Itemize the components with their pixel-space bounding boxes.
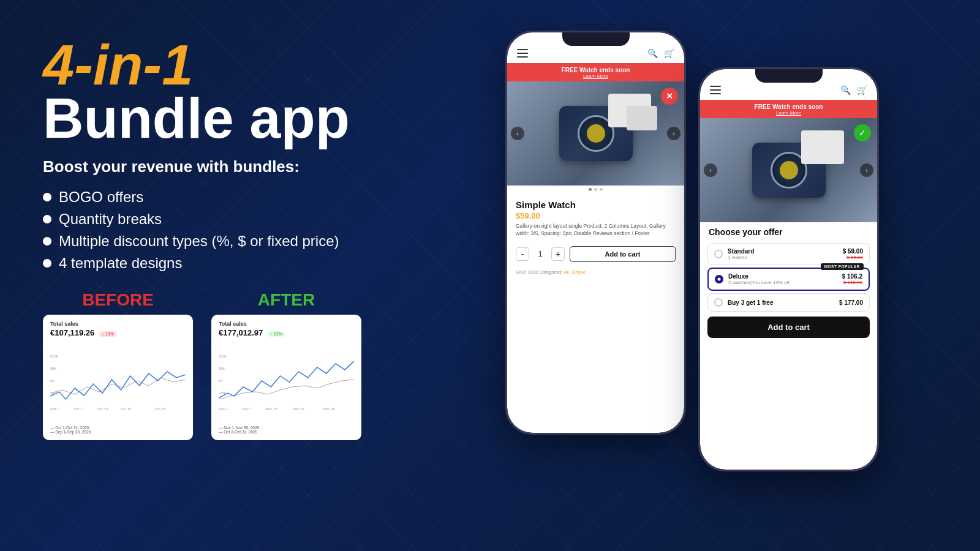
offer-buy3-price-block: $ 177.00 [839, 299, 863, 306]
subtitle: Boost your revenue with bundles: [43, 157, 459, 176]
offer-standard-price: $ 59.00 [843, 248, 863, 255]
offer-buy3[interactable]: Buy 3 get 1 free $ 177.00 [707, 293, 870, 312]
before-section: BEFORE Total sales €107,119.26 ↓ 18% Oct… [43, 290, 193, 440]
phone1-banner[interactable]: FREE Watch ends soon Learn More [507, 63, 684, 81]
phone2-carousel-next-btn[interactable]: › [860, 163, 873, 177]
after-section: AFTER Total sales €177,012.97 ↑ 72% Nov … [211, 290, 361, 440]
bullet-dot [43, 259, 51, 268]
qty-plus-btn[interactable]: + [551, 247, 565, 261]
after-chart-title: Total sales [219, 321, 354, 327]
bullet-dot [43, 193, 51, 201]
phone2-banner-link[interactable]: Learn More [703, 110, 875, 116]
bullet-discount: Multiple discount types (%, $ or fixed p… [43, 233, 459, 250]
qty-minus-btn[interactable]: - [516, 247, 529, 261]
dot-1 [589, 188, 592, 191]
offer-deluxe-price: $ 106.2 [842, 273, 862, 280]
carousel-prev-btn[interactable]: ‹ [511, 127, 524, 140]
phone2-carousel-prev-btn[interactable]: ‹ [704, 163, 717, 177]
before-legend1: — Oct 1-Oct 31, 2020 — Sep 1-Sep 30, 202… [50, 425, 186, 434]
overlay-check-icon[interactable]: ✓ [854, 124, 871, 141]
overlay-x-icon[interactable]: ✕ [661, 88, 678, 105]
product-name: Simple Watch [516, 200, 676, 210]
offer-standard-strike: $ 65.99 [843, 255, 863, 260]
svg-text:Oct 1: Oct 1 [50, 407, 59, 411]
offer-standard-sub: 1 watcho [728, 255, 838, 260]
bullet-dot [43, 237, 51, 246]
watch-face-inner [587, 124, 605, 143]
phone2-screen: 🔍 🛒 FREE Watch ends soon Learn More [700, 69, 877, 470]
phone2-notch [755, 69, 823, 83]
phone2-watch-image [700, 118, 877, 222]
phones-area: 🔍 🛒 FREE Watch ends soon Learn More [429, 31, 956, 533]
radio-standard[interactable] [714, 250, 723, 258]
bullet-bogo: BOGO offers [43, 189, 459, 206]
bullet-dot [43, 215, 51, 223]
after-chart-svg: Nov 1 Nov 7 Nov 13 Nov 19 Nov 25 €10k €8… [219, 341, 354, 421]
phone1-product-image: ✕ ‹ › [507, 81, 684, 186]
after-chart-badge: ↑ 72% [268, 331, 284, 337]
phone1-banner-text: FREE Watch ends soon [510, 67, 682, 73]
svg-text:-€8k: -€8k [50, 391, 58, 395]
svg-text:Oct 7: Oct 7 [74, 407, 83, 411]
add-to-cart-btn[interactable]: Add to cart [570, 246, 676, 262]
phone1-frame: 🔍 🛒 FREE Watch ends soon Learn More [505, 31, 686, 435]
dot-2 [594, 188, 597, 191]
phone2-hamburger-icon[interactable] [710, 86, 721, 94]
svg-text:Oct 13: Oct 13 [97, 407, 108, 411]
after-label: AFTER [258, 290, 315, 310]
phone2-banner-text: FREE Watch ends soon [703, 103, 875, 110]
most-popular-badge: MOST POPULAR [821, 263, 864, 270]
phone2-cart-icon[interactable]: 🛒 [857, 85, 867, 95]
phone2-frame: 🔍 🛒 FREE Watch ends soon Learn More [698, 67, 879, 471]
offer-deluxe[interactable]: MOST POPULAR Deluxe 2 watches|You save 1… [707, 268, 870, 291]
choose-offer-title: Choose your offer [700, 222, 877, 241]
phone1-wrapper: 🔍 🛒 FREE Watch ends soon Learn More [505, 31, 686, 435]
feature-list: BOGO offers Quantity breaks Multiple dis… [43, 189, 459, 272]
after-chart-card: Total sales €177,012.97 ↑ 72% Nov 1 Nov … [211, 315, 361, 440]
before-chart-svg: Oct 1 Oct 7 Oct 13 Oct 19 Oct 25 €10k €8… [50, 341, 186, 421]
search-icon[interactable]: 🔍 [647, 48, 658, 58]
offer-deluxe-strike: $ 118.00 [842, 280, 862, 285]
phone1-product-info: Simple Watch $59.00 Gallery-on-right lay… [507, 193, 684, 241]
before-chart-amount: €107,119.26 [50, 328, 94, 337]
product-price: $59.00 [516, 211, 676, 220]
comparison-row: BEFORE Total sales €107,119.26 ↓ 18% Oct… [43, 290, 459, 440]
svg-text:Nov 13: Nov 13 [265, 407, 277, 411]
svg-text:€0: €0 [50, 379, 55, 383]
dot-3 [600, 188, 603, 191]
nav-icons-right: 🔍 🛒 [647, 48, 674, 58]
sku-info: SKU: 1003 Categories: All, Simple [507, 267, 684, 277]
phone2-nav-icons: 🔍 🛒 [840, 85, 867, 95]
qty-row: - 1 + Add to cart [507, 241, 684, 267]
cart-icon[interactable]: 🛒 [664, 48, 674, 58]
hamburger-icon[interactable] [517, 49, 528, 58]
bullet-qty: Quantity breaks [43, 211, 459, 228]
phone1-notch [562, 32, 630, 46]
phone2-banner[interactable]: FREE Watch ends soon Learn More [700, 100, 877, 118]
offer-standard[interactable]: Standard 1 watcho $ 59.00 $ 65.99 [707, 243, 870, 265]
phone2-search-icon[interactable]: 🔍 [840, 85, 851, 95]
offer-deluxe-details: Deluxe 2 watches|You save 10% off [728, 273, 837, 285]
phone2-add-to-cart-btn[interactable]: Add to cart [707, 317, 870, 338]
svg-text:Nov 1: Nov 1 [219, 407, 228, 411]
product-desc: Gallery-on-right layout single Product: … [516, 223, 676, 238]
svg-text:Nov 19: Nov 19 [293, 407, 305, 411]
phone1-screen: 🔍 🛒 FREE Watch ends soon Learn More [507, 32, 684, 433]
radio-buy3[interactable] [714, 298, 723, 307]
bullet-templates: 4 template designs [43, 255, 459, 272]
offer-buy3-details: Buy 3 get 1 free [728, 299, 834, 306]
carousel-next-btn[interactable]: › [667, 127, 680, 140]
carousel-dots [507, 186, 684, 193]
before-label: BEFORE [82, 290, 154, 310]
svg-text:€10k: €10k [50, 354, 59, 358]
qty-value: 1 [534, 249, 546, 258]
radio-deluxe[interactable] [715, 275, 723, 283]
offer-deluxe-name: Deluxe [728, 273, 837, 280]
svg-text:€10k: €10k [219, 354, 227, 358]
svg-text:Oct 19: Oct 19 [121, 407, 132, 411]
left-panel: 4-in-1 Bundle app Boost your revenue wit… [43, 37, 459, 440]
offer-deluxe-price-block: $ 106.2 $ 118.00 [842, 273, 862, 285]
svg-text:€8k: €8k [219, 367, 225, 370]
offer-standard-details: Standard 1 watcho [728, 248, 838, 260]
phone1-banner-link[interactable]: Learn More [510, 73, 682, 79]
